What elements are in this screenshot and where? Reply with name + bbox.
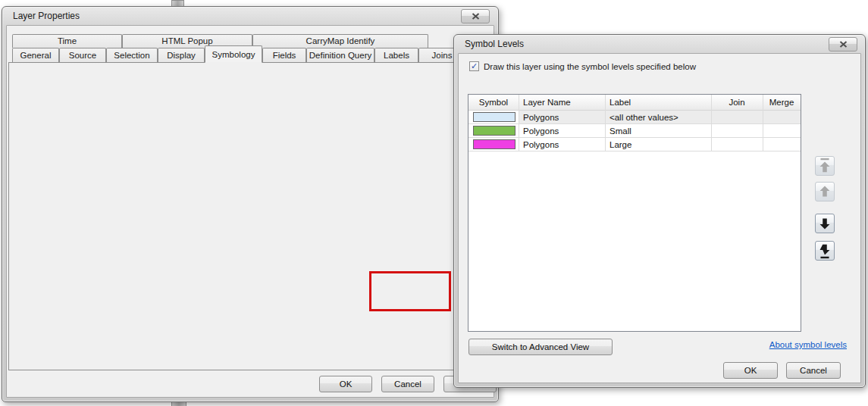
symbol-swatch[interactable] — [473, 139, 515, 149]
symbology-tab-pane — [8, 62, 492, 370]
cancel-button[interactable]: Cancel — [786, 362, 841, 379]
column-header-label: Label — [605, 95, 711, 110]
draw-symbol-levels-checkbox[interactable]: ✓ — [469, 61, 479, 71]
tab-definition-query[interactable]: Definition Query — [306, 48, 374, 62]
cell-label: Large — [609, 139, 631, 150]
cell-layer-name: Polygons — [523, 126, 559, 136]
about-symbol-levels-link[interactable]: About symbol levels — [769, 340, 847, 349]
cell-layer-name: Polygons — [523, 139, 559, 150]
symbol-levels-titlebar[interactable]: Symbol Levels — [454, 35, 865, 53]
tab-general[interactable]: General — [12, 48, 59, 62]
symbol-levels-table: SymbolLayer NameLabelJoinMergePolygons<a… — [468, 94, 801, 332]
grid-line — [605, 95, 606, 151]
grid-line — [519, 95, 519, 151]
tab-selection[interactable]: Selection — [106, 48, 158, 62]
tab-labels[interactable]: Labels — [374, 48, 418, 62]
close-icon[interactable] — [461, 9, 490, 23]
tab-symbology[interactable]: Symbology — [205, 45, 262, 63]
move-to-bottom-icon — [816, 241, 834, 261]
grid-line — [711, 95, 712, 151]
move-to-bottom-button[interactable] — [815, 241, 835, 261]
tab-time[interactable]: Time — [12, 34, 122, 48]
move-to-top-button — [815, 156, 835, 176]
tab-display[interactable]: Display — [158, 48, 205, 62]
grid-line — [763, 95, 763, 151]
move-up-icon — [816, 182, 834, 201]
layer-properties-dialog: Layer Properties Show: ◄ ► FeaturesCateg… — [2, 6, 499, 402]
cell-label: <all other values> — [609, 112, 678, 123]
move-down-button[interactable] — [815, 214, 835, 233]
tab-carrymap-identify[interactable]: CarryMap Identify — [252, 34, 428, 48]
cell-label: Small — [609, 126, 631, 136]
annotation-highlight-advanced — [369, 271, 451, 311]
column-header-symbol: Symbol — [468, 95, 519, 110]
ok-button[interactable]: OK — [723, 362, 778, 379]
switch-advanced-view-button[interactable]: Switch to Advanced View — [468, 339, 613, 355]
layer-properties-title: Layer Properties — [13, 11, 80, 21]
move-up-button — [815, 182, 835, 201]
column-header-layer-name: Layer Name — [519, 95, 605, 110]
cancel-button[interactable]: Cancel — [381, 376, 434, 392]
ok-button[interactable]: OK — [319, 376, 372, 392]
move-down-icon — [816, 214, 834, 233]
symbol-swatch[interactable] — [473, 126, 515, 136]
column-header-merge: Merge — [763, 95, 801, 110]
layer-properties-titlebar[interactable]: Layer Properties — [2, 7, 498, 25]
move-to-top-icon — [816, 156, 834, 176]
close-icon[interactable] — [829, 37, 857, 52]
tab-source[interactable]: Source — [59, 48, 106, 62]
column-header-join: Join — [711, 95, 763, 110]
cell-layer-name: Polygons — [523, 112, 559, 123]
symbol-levels-dialog: Symbol Levels ✓ Draw this layer using th… — [453, 34, 866, 388]
symbol-swatch[interactable] — [473, 112, 515, 122]
draw-symbol-levels-label: Draw this layer using the symbol levels … — [484, 62, 696, 71]
symbol-levels-title: Symbol Levels — [465, 39, 524, 49]
tab-fields[interactable]: Fields — [262, 48, 306, 62]
